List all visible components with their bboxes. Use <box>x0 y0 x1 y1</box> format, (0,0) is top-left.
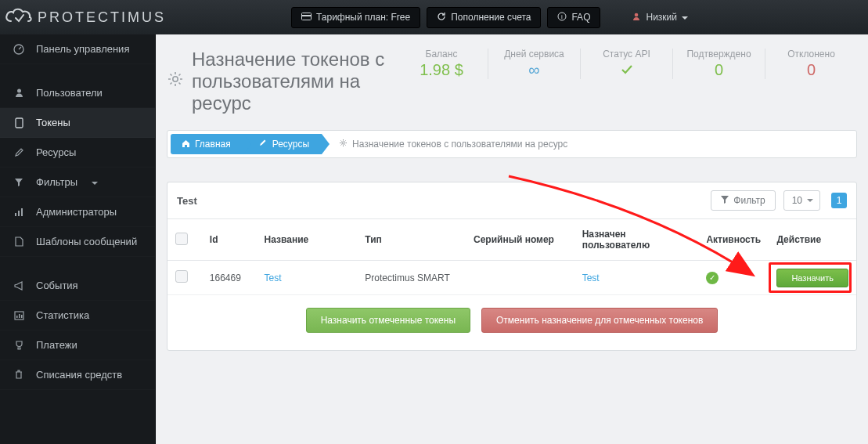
user-icon <box>632 12 641 23</box>
page-size-select[interactable]: 10 <box>783 190 820 211</box>
faq-label: FAQ <box>571 12 590 23</box>
stat-value: 1.98 $ <box>398 61 484 79</box>
tokens-panel: Test Фильтр 10 1 Id Название Тип Серийны… <box>167 182 857 351</box>
plan-button[interactable]: Тарифный план: Free <box>291 7 420 28</box>
sidebar-separator <box>0 257 155 271</box>
svg-rect-8 <box>15 213 16 216</box>
megaphone-icon <box>13 281 25 291</box>
sidebar-item-label: Списания средств <box>36 369 122 381</box>
col-id: Id <box>202 219 257 261</box>
svg-rect-14 <box>21 315 23 318</box>
stat-days: Дней сервиса ∞ <box>488 49 580 79</box>
cell-serial <box>466 261 574 295</box>
filter-button[interactable]: Фильтр <box>711 190 775 211</box>
table-row: 166469 Test Protectimus SMART Test ✓ Наз… <box>167 261 856 295</box>
sidebar-separator <box>0 64 155 78</box>
cell-name-link[interactable]: Test <box>265 273 282 283</box>
caret-down-icon <box>92 176 98 188</box>
col-type: Тип <box>357 219 466 261</box>
trophy-icon <box>13 340 25 350</box>
breadcrumb-label: Ресурсы <box>272 139 309 150</box>
select-all-checkbox[interactable] <box>175 233 188 245</box>
edit-icon <box>259 139 268 150</box>
sidebar-item-label: Ресурсы <box>36 146 76 158</box>
assign-button-label: Назначить <box>791 273 834 283</box>
stat-api: Статус API <box>580 49 672 79</box>
svg-point-4 <box>635 13 639 16</box>
page-header: Назначение токенов с пользователями на р… <box>156 34 868 124</box>
stat-balance: Баланс 1.98 $ <box>395 49 488 79</box>
sidebar-item-debits[interactable]: Списания средств <box>0 360 155 390</box>
svg-point-15 <box>173 77 178 81</box>
sidebar-item-payments[interactable]: Платежи <box>0 330 155 360</box>
sidebar-item-events[interactable]: События <box>0 271 155 301</box>
stat-confirmed: Подтверждено 0 <box>672 49 765 79</box>
svg-rect-12 <box>16 316 18 318</box>
brand-text: PROTECTIMUS <box>38 9 166 26</box>
stat-label: Дней сервиса <box>492 49 577 60</box>
page-number-badge[interactable]: 1 <box>831 193 847 208</box>
panel-footer: Назначить отмеченные токены Отменить наз… <box>167 295 856 350</box>
page-size-value: 10 <box>792 195 802 206</box>
sidebar-item-filters[interactable]: Фильтры <box>0 168 155 197</box>
col-action: Действие <box>769 219 856 261</box>
dashboard-icon <box>13 44 25 55</box>
sidebar-item-label: Статистика <box>36 309 89 321</box>
svg-rect-1 <box>302 15 312 16</box>
user-menu[interactable]: Низкий <box>632 12 688 23</box>
sidebar-item-label: Администраторы <box>36 206 117 218</box>
panel-title: Test <box>177 195 197 207</box>
row-checkbox[interactable] <box>175 270 188 283</box>
svg-rect-13 <box>19 314 20 318</box>
topup-button[interactable]: Пополнение счета <box>427 7 541 28</box>
topup-label: Пополнение счета <box>451 12 531 23</box>
sidebar-item-label: Панель управления <box>36 43 129 55</box>
page-title-text: Назначение токенов с пользователями на р… <box>192 49 395 114</box>
sidebar-item-statistics[interactable]: Статистика <box>0 301 155 330</box>
sidebar-item-label: События <box>36 280 78 291</box>
check-icon <box>584 61 669 79</box>
tokens-table: Id Название Тип Серийный номер Назначен … <box>167 219 856 295</box>
trash-icon <box>13 370 25 380</box>
sidebar-item-label: Токены <box>36 117 70 128</box>
table-header-row: Id Название Тип Серийный номер Назначен … <box>167 219 856 261</box>
breadcrumb-label: Главная <box>195 139 231 150</box>
stat-value: ∞ <box>492 61 577 79</box>
sidebar: Панель управления Пользователи Токены Ре… <box>0 34 156 444</box>
sidebar-item-admins[interactable]: Администраторы <box>0 197 155 227</box>
assign-button[interactable]: Назначить <box>776 269 848 287</box>
sidebar-item-resources[interactable]: Ресурсы <box>0 138 155 168</box>
stat-label: Баланс <box>398 49 484 60</box>
breadcrumb-home[interactable]: Главная <box>171 134 243 154</box>
faq-button[interactable]: i FAQ <box>547 7 600 28</box>
breadcrumb: Главная Ресурсы Назначение токенов с пол… <box>167 130 857 158</box>
svg-point-16 <box>342 142 344 144</box>
credit-card-icon <box>301 12 312 23</box>
stat-label: Отклонено <box>769 49 854 60</box>
edit-icon <box>13 147 25 157</box>
bars-icon <box>13 208 25 217</box>
sidebar-item-users[interactable]: Пользователи <box>0 78 155 108</box>
col-name: Название <box>257 219 358 261</box>
sidebar-item-label: Шаблоны сообщений <box>36 236 137 247</box>
breadcrumb-resources[interactable]: Ресурсы <box>243 134 322 154</box>
cell-type: Protectimus SMART <box>357 261 466 295</box>
cell-assigned-link[interactable]: Test <box>582 273 600 283</box>
device-icon <box>13 117 25 128</box>
panel-header: Test Фильтр 10 1 <box>167 182 856 219</box>
cell-id: 166469 <box>202 261 257 295</box>
user-icon <box>13 88 25 98</box>
stat-label: Статус API <box>584 49 669 60</box>
sidebar-item-label: Платежи <box>36 339 77 351</box>
unassign-checked-button[interactable]: Отменить назначение для отмеченных токен… <box>481 308 718 333</box>
sidebar-item-label: Фильтры <box>36 176 77 188</box>
filter-label: Фильтр <box>733 195 765 206</box>
svg-rect-9 <box>18 211 20 216</box>
sidebar-item-tokens[interactable]: Токены <box>0 108 155 138</box>
sidebar-item-dashboard[interactable]: Панель управления <box>0 34 155 64</box>
svg-text:i: i <box>562 13 564 20</box>
assign-checked-button[interactable]: Назначить отмеченные токены <box>306 308 470 333</box>
col-active: Активность <box>698 219 769 261</box>
sidebar-item-templates[interactable]: Шаблоны сообщений <box>0 227 155 257</box>
gear-icon <box>167 70 184 92</box>
